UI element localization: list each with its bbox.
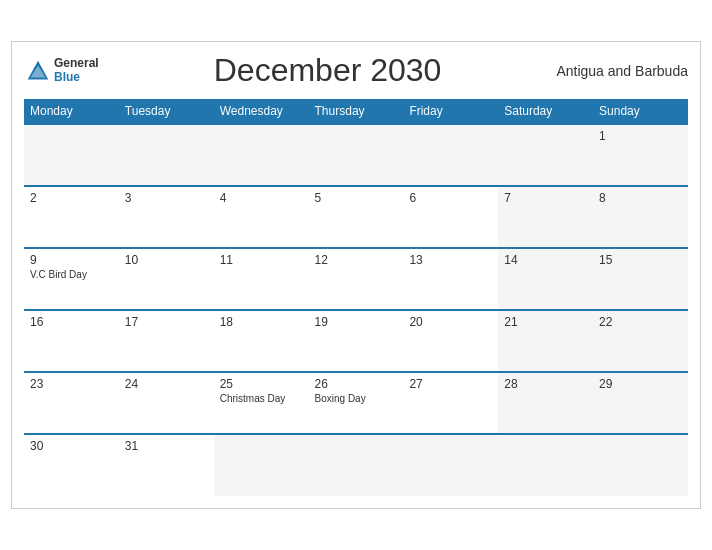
header-saturday: Saturday — [498, 99, 593, 124]
day-number: 1 — [599, 129, 682, 143]
day-number: 27 — [409, 377, 492, 391]
calendar-cell: 2 — [24, 186, 119, 248]
calendar-cell — [309, 124, 404, 186]
day-number: 15 — [599, 253, 682, 267]
calendar-cell: 30 — [24, 434, 119, 496]
calendar-cell: 17 — [119, 310, 214, 372]
day-number: 11 — [220, 253, 303, 267]
day-number: 22 — [599, 315, 682, 329]
logo-general: General — [54, 57, 99, 70]
calendar-cell — [498, 434, 593, 496]
day-number: 21 — [504, 315, 587, 329]
event-label: Boxing Day — [315, 393, 398, 404]
logo-text: General Blue — [54, 57, 99, 83]
calendar-cell — [214, 434, 309, 496]
header-tuesday: Tuesday — [119, 99, 214, 124]
day-number: 29 — [599, 377, 682, 391]
logo: General Blue — [24, 57, 99, 85]
day-number: 31 — [125, 439, 208, 453]
calendar-cell: 31 — [119, 434, 214, 496]
calendar-cell: 8 — [593, 186, 688, 248]
calendar-cell: 24 — [119, 372, 214, 434]
calendar-cell: 29 — [593, 372, 688, 434]
calendar-cell: 27 — [403, 372, 498, 434]
calendar-cell: 9V.C Bird Day — [24, 248, 119, 310]
calendar-cell: 11 — [214, 248, 309, 310]
day-number: 5 — [315, 191, 398, 205]
header-wednesday: Wednesday — [214, 99, 309, 124]
calendar-week-4: 16171819202122 — [24, 310, 688, 372]
calendar-cell: 18 — [214, 310, 309, 372]
calendar-cell: 4 — [214, 186, 309, 248]
calendar-cell: 23 — [24, 372, 119, 434]
header-monday: Monday — [24, 99, 119, 124]
calendar-cell — [24, 124, 119, 186]
day-number: 10 — [125, 253, 208, 267]
day-number: 17 — [125, 315, 208, 329]
calendar-cell — [403, 124, 498, 186]
calendar-table: Monday Tuesday Wednesday Thursday Friday… — [24, 99, 688, 496]
calendar-cell — [593, 434, 688, 496]
calendar-cell — [498, 124, 593, 186]
calendar-cell — [309, 434, 404, 496]
calendar-header: General Blue December 2030 Antigua and B… — [24, 52, 688, 89]
calendar-week-1: 1 — [24, 124, 688, 186]
logo-icon — [24, 57, 52, 85]
calendar-country: Antigua and Barbuda — [556, 63, 688, 79]
day-number: 12 — [315, 253, 398, 267]
header-friday: Friday — [403, 99, 498, 124]
event-label: Christmas Day — [220, 393, 303, 404]
calendar-cell — [119, 124, 214, 186]
day-number: 14 — [504, 253, 587, 267]
day-number: 8 — [599, 191, 682, 205]
calendar-title: December 2030 — [214, 52, 442, 89]
day-number: 3 — [125, 191, 208, 205]
calendar-cell: 25Christmas Day — [214, 372, 309, 434]
day-number: 9 — [30, 253, 113, 267]
day-number: 28 — [504, 377, 587, 391]
day-number: 20 — [409, 315, 492, 329]
header-thursday: Thursday — [309, 99, 404, 124]
calendar-cell: 20 — [403, 310, 498, 372]
calendar-week-6: 3031 — [24, 434, 688, 496]
weekday-header-row: Monday Tuesday Wednesday Thursday Friday… — [24, 99, 688, 124]
day-number: 23 — [30, 377, 113, 391]
calendar-cell: 15 — [593, 248, 688, 310]
calendar-cell: 3 — [119, 186, 214, 248]
event-label: V.C Bird Day — [30, 269, 113, 280]
calendar-cell: 22 — [593, 310, 688, 372]
calendar-cell: 14 — [498, 248, 593, 310]
calendar-cell: 10 — [119, 248, 214, 310]
day-number: 30 — [30, 439, 113, 453]
header-sunday: Sunday — [593, 99, 688, 124]
calendar-cell: 6 — [403, 186, 498, 248]
calendar-week-3: 9V.C Bird Day101112131415 — [24, 248, 688, 310]
calendar-cell: 28 — [498, 372, 593, 434]
calendar-cell: 12 — [309, 248, 404, 310]
calendar-container: General Blue December 2030 Antigua and B… — [11, 41, 701, 509]
day-number: 2 — [30, 191, 113, 205]
calendar-cell: 21 — [498, 310, 593, 372]
calendar-cell: 5 — [309, 186, 404, 248]
day-number: 16 — [30, 315, 113, 329]
day-number: 26 — [315, 377, 398, 391]
calendar-cell: 16 — [24, 310, 119, 372]
calendar-week-5: 232425Christmas Day26Boxing Day272829 — [24, 372, 688, 434]
day-number: 13 — [409, 253, 492, 267]
day-number: 4 — [220, 191, 303, 205]
calendar-cell: 7 — [498, 186, 593, 248]
day-number: 6 — [409, 191, 492, 205]
logo-blue: Blue — [54, 71, 99, 84]
day-number: 18 — [220, 315, 303, 329]
calendar-cell: 26Boxing Day — [309, 372, 404, 434]
day-number: 24 — [125, 377, 208, 391]
calendar-cell — [214, 124, 309, 186]
calendar-cell — [403, 434, 498, 496]
day-number: 25 — [220, 377, 303, 391]
calendar-week-2: 2345678 — [24, 186, 688, 248]
day-number: 7 — [504, 191, 587, 205]
day-number: 19 — [315, 315, 398, 329]
calendar-cell: 13 — [403, 248, 498, 310]
calendar-cell: 1 — [593, 124, 688, 186]
calendar-cell: 19 — [309, 310, 404, 372]
